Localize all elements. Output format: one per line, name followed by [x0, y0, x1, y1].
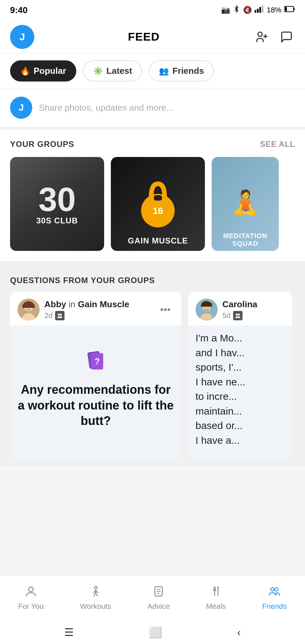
svg-rect-5 [294, 8, 295, 10]
question-card-carolina[interactable]: Carolina 5d [188, 292, 292, 460]
filter-latest[interactable]: ✳️ Latest [83, 60, 142, 82]
people-icon: 👥 [159, 66, 169, 76]
svg-line-35 [94, 593, 96, 596]
groups-section: YOUR GROUPS SEE ALL 30 30S CLUB [0, 129, 305, 261]
bottom-spacer [0, 466, 305, 535]
card-header-abby: Abby in Gain Muscle 2d [10, 292, 181, 325]
nav-item-for-you[interactable]: For You [13, 582, 49, 614]
android-back-icon[interactable]: ‹ [237, 626, 241, 639]
battery-icon [284, 6, 295, 14]
advice-icon [152, 585, 165, 600]
svg-point-30 [29, 587, 33, 592]
questions-section: QUESTIONS FROM YOUR GROUPS [0, 266, 305, 466]
meditation-figure: 🧘 [231, 189, 260, 216]
svg-rect-3 [262, 5, 263, 13]
question-card-abby[interactable]: Abby in Gain Muscle 2d [10, 292, 181, 460]
nav-label-meals: Meals [206, 602, 226, 611]
message-button[interactable] [278, 29, 295, 45]
svg-rect-1 [257, 9, 259, 13]
group-bg-muscle: 16 GAIN MUSCLE [111, 157, 205, 251]
author-info-abby: Abby in Gain Muscle 2d [44, 299, 129, 320]
meals-icon [210, 585, 222, 600]
filter-popular-label: Popular [34, 66, 66, 76]
svg-rect-6 [285, 7, 287, 11]
group-label-meditation: MEDITATION SQUAD [212, 232, 279, 248]
question-text-abby: Any recommendations for a workout routin… [17, 382, 174, 429]
android-system-bar: ☰ ⬜ ‹ [0, 621, 305, 644]
workouts-icon [90, 585, 102, 600]
bottom-area: For You Workouts [0, 575, 305, 644]
nav-item-friends[interactable]: Friends [257, 582, 292, 614]
author-name-carolina: Carolina [222, 299, 257, 310]
groups-row: 30 30S CLUB 16 [10, 157, 295, 261]
nav-item-workouts[interactable]: Workouts [75, 582, 117, 614]
group-card-thirties[interactable]: 30 30S CLUB [10, 157, 104, 251]
group-number: 30 [38, 182, 76, 216]
nav-item-advice[interactable]: Advice [142, 582, 175, 614]
android-menu-icon[interactable]: ☰ [64, 626, 74, 639]
svg-point-18 [58, 314, 60, 316]
filter-popular[interactable]: 🔥 Popular [10, 60, 76, 82]
group-badge-abby [55, 311, 64, 320]
svg-text:16: 16 [152, 206, 163, 216]
bluetooth-icon [233, 5, 240, 15]
battery-text: 18% [267, 6, 281, 14]
group-card-muscle[interactable]: 16 GAIN MUSCLE [111, 157, 205, 251]
questions-title: QUESTIONS FROM YOUR GROUPS [10, 276, 295, 285]
filter-friends[interactable]: 👥 Friends [149, 60, 214, 82]
card-content-secondary: I'm a Mo... and I hav... sports, I'... I… [188, 325, 292, 460]
svg-point-47 [275, 588, 278, 591]
svg-text:?: ? [95, 356, 100, 366]
card-content-abby: ? Any recommendations for a workout rout… [10, 325, 181, 460]
group-badge-carolina [233, 311, 243, 320]
fire-icon: 🔥 [20, 66, 30, 76]
status-time: 9:40 [10, 5, 28, 15]
composer-input[interactable]: Share photos, updates and more... [39, 103, 173, 113]
filter-latest-label: Latest [106, 66, 132, 76]
add-friend-button[interactable] [253, 29, 270, 45]
post-composer[interactable]: J Share photos, updates and more... [0, 89, 305, 129]
svg-point-29 [238, 314, 240, 316]
filter-bar: 🔥 Popular ✳️ Latest 👥 Friends [0, 54, 305, 89]
author-meta-abby: 2d [44, 311, 129, 320]
for-you-icon [25, 585, 37, 600]
friends-icon [268, 585, 280, 600]
nav-label-friends: Friends [262, 602, 287, 611]
page-title: FEED [128, 30, 160, 43]
group-bg-meditation: 🧘 MEDITATION SQUAD [212, 157, 279, 251]
groups-title: YOUR GROUPS [10, 140, 74, 149]
filter-friends-label: Friends [172, 66, 204, 76]
card-author-carolina: Carolina 5d [195, 299, 257, 321]
header: J FEED [0, 20, 305, 54]
card-author-abby: Abby in Gain Muscle 2d [17, 299, 129, 321]
secondary-preview-text: I'm a Mo... and I hav... sports, I'... I… [195, 331, 285, 447]
sparkle-icon: ✳️ [93, 66, 103, 76]
carolina-time: 5d [222, 311, 230, 320]
author-name-abby: Abby in Gain Muscle [44, 299, 129, 310]
user-avatar[interactable]: J [10, 25, 34, 49]
header-actions [253, 29, 295, 45]
group-card-meditation[interactable]: 🧘 MEDITATION SQUAD [212, 157, 279, 251]
svg-point-19 [60, 314, 62, 316]
group-bg-thirties: 30 30S CLUB [10, 157, 104, 251]
nav-item-meals[interactable]: Meals [201, 582, 231, 614]
svg-point-28 [236, 314, 238, 316]
author-meta-carolina: 5d [222, 311, 257, 320]
dots-menu-abby[interactable]: ••• [157, 301, 174, 319]
status-icons: 📷 🔇 18% [221, 5, 295, 15]
abby-avatar [17, 299, 40, 321]
groups-header: YOUR GROUPS SEE ALL [10, 140, 295, 149]
see-all-button[interactable]: SEE ALL [260, 140, 295, 149]
group-label-muscle: GAIN MUSCLE [111, 236, 205, 246]
svg-point-7 [258, 32, 262, 36]
svg-rect-2 [259, 7, 261, 13]
section-divider [0, 261, 305, 266]
author-info-carolina: Carolina 5d [222, 299, 257, 320]
svg-line-36 [96, 593, 97, 596]
nav-label-advice: Advice [147, 602, 170, 611]
composer-avatar: J [10, 97, 32, 119]
carolina-avatar [195, 299, 218, 321]
camera-icon: 📷 [221, 6, 230, 14]
android-home-icon[interactable]: ⬜ [149, 626, 162, 639]
questions-row: Abby in Gain Muscle 2d [10, 292, 295, 460]
